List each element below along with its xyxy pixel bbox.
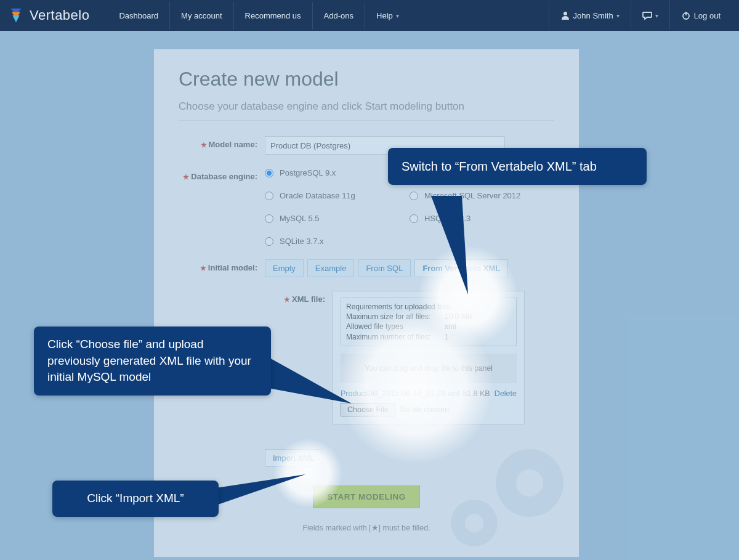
svg-point-3 bbox=[563, 12, 567, 15]
topbar: Vertabelo Dashboard My account Recommend… bbox=[0, 0, 739, 31]
logo-icon bbox=[7, 7, 25, 24]
uploaded-file-name[interactable]: ProductDB_2015-06-18_21-29.xml bbox=[341, 389, 459, 398]
initial-model-label: ★Initial model: bbox=[179, 259, 265, 277]
user-menu[interactable]: John Smith ▾ bbox=[549, 1, 631, 30]
user-name: John Smith bbox=[573, 11, 613, 20]
logout-label: Log out bbox=[694, 11, 721, 20]
nav-account[interactable]: My account bbox=[169, 2, 233, 30]
engine-oracle[interactable]: Oracle Database 11g bbox=[265, 191, 410, 200]
nav-left: Dashboard My account Recommend us Add-on… bbox=[108, 2, 410, 30]
tab-empty[interactable]: Empty bbox=[265, 259, 304, 277]
drag-drop-zone[interactable]: You can drag and drop file to this panel bbox=[341, 354, 517, 383]
uploaded-file-size: 51.8 KB bbox=[462, 389, 490, 398]
svg-marker-10 bbox=[431, 196, 468, 294]
callout-choose-file: Click “Choose file” and upload previousl… bbox=[34, 327, 271, 396]
upload-panel: Requirements for uploaded files Maximum … bbox=[333, 291, 525, 424]
chat-button[interactable]: ▾ bbox=[631, 1, 669, 30]
nav-dashboard[interactable]: Dashboard bbox=[108, 2, 169, 30]
divider bbox=[179, 120, 554, 121]
engine-mysql[interactable]: MySQL 5.5 bbox=[265, 214, 410, 223]
svg-marker-2 bbox=[12, 15, 19, 22]
model-name-label: ★Model name: bbox=[179, 136, 265, 155]
tab-from-sql[interactable]: From SQL bbox=[358, 259, 411, 277]
nav-addons[interactable]: Add-ons bbox=[312, 2, 365, 30]
chat-icon bbox=[642, 10, 652, 20]
nav-help[interactable]: Help ▾ bbox=[365, 2, 410, 30]
brand[interactable]: Vertabelo bbox=[7, 7, 89, 24]
brand-name: Vertabelo bbox=[30, 7, 89, 23]
svg-point-9 bbox=[465, 514, 483, 532]
start-modeling-button[interactable]: START MODELING bbox=[313, 485, 420, 508]
engine-label: ★Database engine: bbox=[179, 168, 265, 246]
import-xml-button[interactable]: Import XML bbox=[265, 449, 322, 467]
svg-point-7 bbox=[516, 469, 543, 497]
nav-right: John Smith ▾ ▾ Log out bbox=[549, 1, 732, 30]
initial-model-tabs: Empty Example From SQL From Vertabelo XM… bbox=[265, 259, 554, 277]
logout-button[interactable]: Log out bbox=[669, 1, 732, 30]
user-icon bbox=[560, 10, 570, 20]
nav-help-label: Help bbox=[376, 11, 393, 20]
callout-tail-icon bbox=[216, 474, 309, 505]
tab-example[interactable]: Example bbox=[307, 259, 355, 277]
nav-recommend[interactable]: Recommend us bbox=[233, 2, 312, 30]
callout-switch-tab: Switch to “From Vertabelo XML” tab bbox=[388, 148, 647, 185]
upload-requirements: Requirements for uploaded files Maximum … bbox=[341, 298, 517, 346]
caret-icon: ▾ bbox=[655, 12, 658, 19]
callout-tail-icon bbox=[425, 196, 474, 298]
page-subtitle: Choose your database engine and click St… bbox=[179, 100, 554, 113]
engine-sqlite[interactable]: SQLite 3.7.x bbox=[265, 237, 410, 246]
no-file-text: No file chosen bbox=[400, 405, 449, 414]
svg-marker-12 bbox=[216, 474, 305, 505]
caret-icon: ▾ bbox=[616, 12, 620, 19]
power-icon bbox=[681, 10, 691, 20]
gears-icon bbox=[431, 428, 573, 551]
page-title: Create new model bbox=[179, 68, 554, 91]
callout-import-xml: Click “Import XML” bbox=[52, 481, 219, 517]
uploaded-file-row: ProductDB_2015-06-18_21-29.xml 51.8 KB D… bbox=[341, 389, 517, 398]
callout-tail-icon bbox=[269, 354, 355, 410]
caret-icon: ▾ bbox=[396, 12, 399, 19]
delete-file-link[interactable]: Delete bbox=[495, 389, 517, 398]
svg-marker-11 bbox=[269, 357, 352, 404]
